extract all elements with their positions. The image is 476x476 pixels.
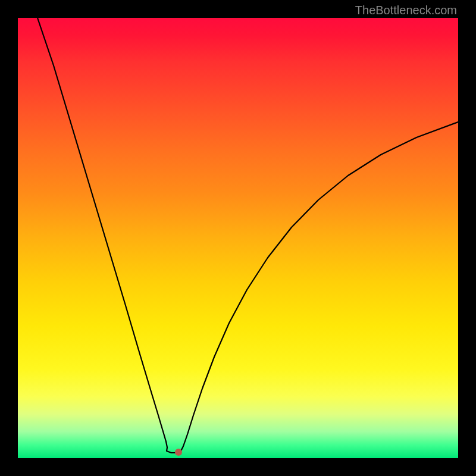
plot-area [18,18,458,458]
bottleneck-curve [37,18,458,453]
watermark-text: TheBottleneck.com [355,4,457,17]
minimum-dot [175,449,182,456]
chart-svg [18,18,458,458]
